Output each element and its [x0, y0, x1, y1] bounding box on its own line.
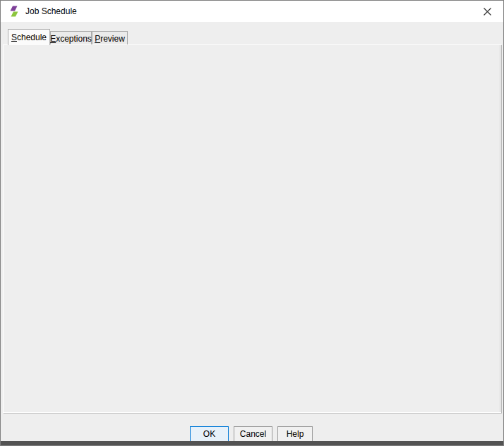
help-button[interactable]: Help: [277, 426, 313, 442]
cancel-button[interactable]: Cancel: [234, 426, 272, 442]
title-bar: Job Schedule: [1, 1, 503, 22]
tab-schedule-label: S: [11, 32, 17, 42]
tab-preview-label: P: [95, 34, 100, 44]
job-schedule-dialog: Job Schedule Schedule Exceptions Preview…: [0, 0, 504, 446]
window-bottom-edge: [1, 441, 503, 445]
schedule-tab-panel: [3, 44, 501, 413]
ok-button[interactable]: OK: [190, 426, 229, 442]
tab-preview[interactable]: Preview: [92, 31, 128, 45]
window-title: Job Schedule: [25, 6, 77, 16]
tab-exceptions-label: E: [50, 34, 56, 44]
tab-exceptions[interactable]: Exceptions: [50, 31, 92, 45]
tab-schedule[interactable]: Schedule: [8, 29, 50, 45]
app-logo-icon: [8, 6, 20, 17]
close-button[interactable]: [471, 1, 503, 22]
close-icon: [484, 8, 491, 16]
